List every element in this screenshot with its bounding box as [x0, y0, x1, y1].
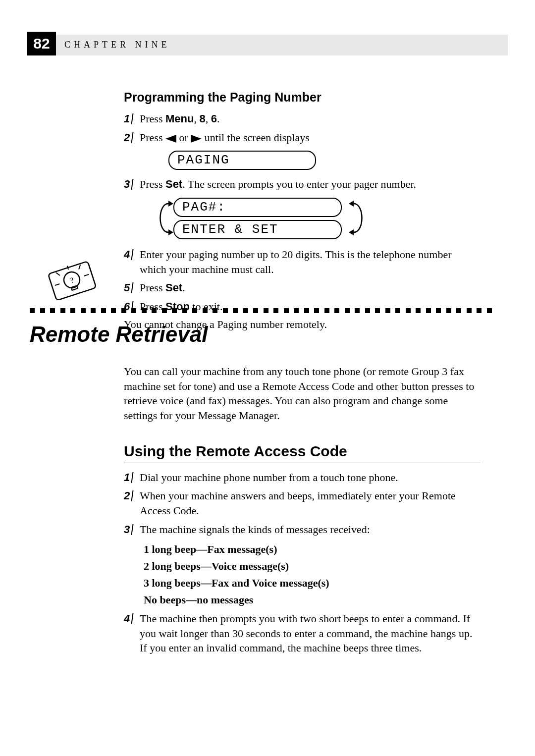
- step-number: 5: [124, 280, 140, 295]
- right-arrow-icon: [191, 135, 202, 143]
- step-number: 2: [124, 130, 140, 145]
- lightbulb-tip-icon: ?: [47, 260, 97, 300]
- step-body: Dial your machine phone number from a to…: [140, 470, 481, 485]
- chapter-label: CHAPTER NINE: [64, 40, 170, 50]
- rr-step-1: 1 Dial your machine phone number from a …: [124, 470, 481, 485]
- step-number: 4: [124, 611, 140, 626]
- step-5: 5 Press Set.: [124, 280, 481, 295]
- section2-title: Remote Retrieval: [30, 322, 496, 347]
- section-remote-retrieval: You can call your machine from any touch…: [124, 364, 481, 659]
- step-body: When your machine answers and beeps, imm…: [140, 488, 481, 518]
- section-programming-paging: Programming the Paging Number 1 Press Me…: [124, 90, 481, 331]
- signal-item: 1 long beep—Fax message(s): [144, 541, 481, 558]
- svg-marker-0: [168, 201, 173, 207]
- svg-marker-1: [168, 229, 173, 235]
- cycle-left-icon: [154, 199, 173, 237]
- step-number: 4: [124, 247, 140, 262]
- section2-intro: You can call your machine from any touch…: [124, 364, 481, 423]
- step-4: 4 Enter your paging number up to 20 digi…: [124, 247, 481, 276]
- step-body: Enter your paging number up to 20 digits…: [140, 247, 481, 276]
- signal-list: 1 long beep—Fax message(s) 2 long beeps—…: [144, 541, 481, 608]
- left-arrow-icon: [165, 135, 176, 143]
- step-body: Press Menu, 8, 6.: [140, 111, 481, 126]
- dotted-rule: [30, 308, 496, 315]
- step-body: The machine signals the kinds of message…: [140, 522, 481, 537]
- subsection-title: Using the Remote Access Code: [124, 443, 481, 463]
- step-body: Press Set. The screen prompts you to ent…: [140, 177, 481, 192]
- lcd-text-bottom: ENTER & SET: [173, 220, 342, 239]
- step-number: 1: [124, 111, 140, 126]
- signal-item: 3 long beeps—Fax and Voice message(s): [144, 575, 481, 592]
- page: 82 CHAPTER NINE Programming the Paging N…: [0, 0, 535, 756]
- step-3: 3 Press Set. The screen prompts you to e…: [124, 177, 481, 192]
- step-number: 2: [124, 488, 140, 503]
- rr-step-2: 2 When your machine answers and beeps, i…: [124, 488, 481, 518]
- signal-item: 2 long beeps—Voice message(s): [144, 558, 481, 575]
- page-header: 82 CHAPTER NINE: [27, 35, 508, 55]
- step-2: 2 Press or until the screen displays: [124, 130, 481, 145]
- lcd-display-pair: PAG#: ENTER & SET: [163, 198, 342, 239]
- section1-title: Programming the Paging Number: [124, 90, 481, 105]
- page-number: 82: [33, 35, 50, 52]
- step-1: 1 Press Menu, 8, 6.: [124, 111, 481, 126]
- signal-item: No beeps—no messages: [144, 592, 481, 608]
- step-body: Press or until the screen displays: [140, 130, 481, 145]
- step-number: 1: [124, 470, 140, 485]
- lcd-text: PAGING: [168, 151, 316, 170]
- lcd-text-top: PAG#:: [173, 198, 342, 217]
- step-number: 3: [124, 177, 140, 192]
- section-divider: Remote Retrieval: [30, 308, 496, 347]
- cycle-right-icon: [349, 199, 369, 237]
- svg-marker-3: [349, 229, 354, 235]
- lcd-display: PAGING: [168, 151, 481, 170]
- svg-marker-2: [349, 201, 354, 207]
- rr-step-3: 3 The machine signals the kinds of messa…: [124, 522, 481, 537]
- rr-step-4: 4 The machine then prompts you with two …: [124, 611, 481, 655]
- step-number: 3: [124, 522, 140, 537]
- step-body: The machine then prompts you with two sh…: [140, 611, 481, 655]
- page-number-badge: 82: [27, 32, 56, 55]
- step-body: Press Set.: [140, 280, 481, 295]
